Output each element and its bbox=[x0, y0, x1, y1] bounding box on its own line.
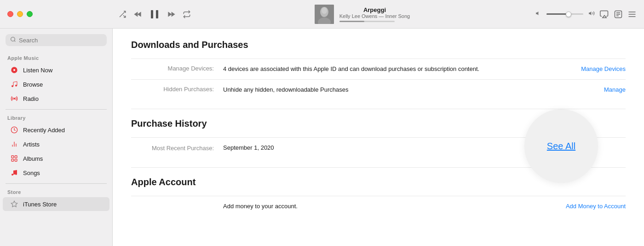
sidebar: Apple Music Listen Now Browse bbox=[0, 29, 113, 246]
player-controls bbox=[113, 10, 196, 19]
svg-point-28 bbox=[14, 98, 15, 100]
add-money-row: Add money to your account. Add Money to … bbox=[131, 196, 626, 217]
recent-icon bbox=[10, 126, 18, 134]
songs-icon bbox=[10, 169, 18, 177]
track-info: Arpeggi Kelly Lee Owens — Inner Song bbox=[196, 5, 528, 24]
track-details: Arpeggi Kelly Lee Owens — Inner Song bbox=[339, 6, 410, 22]
manage-devices-row: Manage Devices: 4 devices are associated… bbox=[131, 59, 626, 79]
svg-marker-39 bbox=[11, 201, 17, 207]
sidebar-item-albums[interactable]: Albums bbox=[3, 152, 109, 165]
manage-devices-action-area: Manage Devices bbox=[506, 64, 626, 73]
right-controls bbox=[528, 10, 644, 19]
svg-point-22 bbox=[11, 37, 15, 41]
apple-music-section-label: Apple Music bbox=[0, 53, 112, 63]
lyrics-button[interactable] bbox=[614, 10, 623, 19]
progress-fill bbox=[339, 21, 364, 22]
apple-account-section: Apple Account Add money to your account.… bbox=[131, 177, 626, 217]
svg-point-38 bbox=[15, 173, 17, 175]
pause-button[interactable] bbox=[150, 10, 159, 19]
volume-thumb bbox=[566, 12, 571, 17]
hidden-purchases-label: Hidden Purchases: bbox=[131, 85, 223, 93]
store-section-label: Store bbox=[0, 187, 112, 197]
svg-point-37 bbox=[12, 174, 13, 176]
svg-rect-4 bbox=[151, 10, 153, 18]
downloads-section-title: Downloads and Purchases bbox=[131, 40, 626, 50]
svg-rect-5 bbox=[156, 10, 158, 18]
svg-rect-36 bbox=[15, 159, 17, 161]
svg-rect-35 bbox=[12, 159, 14, 161]
sidebar-item-label: Songs bbox=[23, 170, 40, 176]
content-area: Downloads and Purchases Manage Devices: … bbox=[113, 29, 644, 246]
svg-marker-14 bbox=[603, 15, 606, 18]
manage-hidden-link[interactable]: Manage bbox=[604, 86, 626, 93]
search-input[interactable] bbox=[19, 37, 102, 44]
store-icon bbox=[10, 200, 18, 208]
volume-up-icon bbox=[588, 10, 595, 18]
forward-button[interactable] bbox=[166, 11, 175, 18]
minimize-button[interactable] bbox=[17, 11, 23, 17]
svg-point-11 bbox=[322, 7, 327, 14]
purchase-history-section: Purchase History See All Most Recent Pur… bbox=[131, 118, 626, 158]
progress-bar[interactable] bbox=[339, 21, 395, 22]
svg-point-25 bbox=[13, 69, 15, 71]
sidebar-item-label: Radio bbox=[23, 95, 39, 102]
album-art bbox=[315, 5, 334, 24]
sidebar-item-label: iTunes Store bbox=[23, 201, 57, 208]
main-layout: Apple Music Listen Now Browse bbox=[0, 29, 644, 246]
albums-icon bbox=[10, 154, 18, 163]
traffic-lights bbox=[0, 11, 113, 17]
svg-marker-12 bbox=[536, 12, 538, 15]
svg-marker-7 bbox=[172, 12, 175, 17]
manage-devices-label: Manage Devices: bbox=[131, 64, 223, 72]
hidden-purchases-row: Hidden Purchases: Unhide any hidden, red… bbox=[131, 79, 626, 100]
queue-button[interactable] bbox=[627, 10, 637, 19]
sidebar-item-recently-added[interactable]: Recently Added bbox=[3, 123, 109, 137]
airplay-button[interactable] bbox=[600, 10, 609, 19]
downloads-section: Downloads and Purchases Manage Devices: … bbox=[131, 40, 626, 100]
sidebar-item-artists[interactable]: Artists bbox=[3, 137, 109, 151]
sidebar-item-radio[interactable]: Radio bbox=[3, 92, 109, 105]
add-money-label bbox=[131, 202, 223, 202]
sidebar-divider-2 bbox=[6, 183, 107, 184]
maximize-button[interactable] bbox=[27, 11, 33, 17]
search-bar[interactable] bbox=[6, 34, 107, 46]
add-money-value: Add money to your account. bbox=[223, 202, 506, 211]
svg-marker-3 bbox=[134, 12, 138, 17]
most-recent-label: Most Recent Purchase: bbox=[131, 144, 223, 152]
shuffle-button[interactable] bbox=[118, 10, 126, 18]
sidebar-item-label: Recently Added bbox=[23, 127, 65, 134]
browse-icon bbox=[10, 80, 18, 88]
sidebar-divider-1 bbox=[6, 109, 107, 110]
track-artist: Kelly Lee Owens — Inner Song bbox=[339, 13, 410, 19]
add-money-link[interactable]: Add Money to Account bbox=[566, 203, 626, 210]
svg-marker-6 bbox=[168, 12, 172, 17]
svg-marker-13 bbox=[589, 12, 591, 15]
listen-now-icon bbox=[10, 66, 18, 74]
repeat-button[interactable] bbox=[183, 10, 191, 18]
manage-devices-value: 4 devices are associated with this Apple… bbox=[223, 64, 506, 74]
svg-rect-34 bbox=[15, 156, 17, 158]
svg-line-23 bbox=[14, 41, 15, 41]
see-all-link[interactable]: See All bbox=[547, 141, 575, 152]
see-all-circle: See All bbox=[524, 109, 598, 183]
sidebar-item-label: Artists bbox=[23, 141, 40, 148]
svg-marker-2 bbox=[138, 12, 141, 17]
artists-icon bbox=[10, 140, 18, 148]
sidebar-item-itunes-store[interactable]: iTunes Store bbox=[3, 197, 109, 211]
back-button[interactable] bbox=[134, 11, 143, 18]
sidebar-item-listen-now[interactable]: Listen Now bbox=[3, 63, 109, 77]
svg-rect-33 bbox=[12, 156, 14, 158]
sidebar-item-browse[interactable]: Browse bbox=[3, 77, 109, 91]
volume-fill bbox=[546, 13, 569, 15]
close-button[interactable] bbox=[7, 11, 13, 17]
section-divider-1 bbox=[131, 109, 626, 109]
manage-devices-link[interactable]: Manage Devices bbox=[581, 65, 626, 72]
track-name: Arpeggi bbox=[339, 6, 410, 13]
volume-down-icon bbox=[535, 10, 542, 18]
hidden-purchases-action-area: Manage bbox=[506, 85, 626, 94]
svg-point-26 bbox=[12, 85, 13, 87]
sidebar-item-songs[interactable]: Songs bbox=[3, 166, 109, 180]
volume-slider[interactable] bbox=[546, 13, 583, 15]
radio-icon bbox=[10, 94, 18, 103]
sidebar-item-label: Browse bbox=[23, 81, 43, 88]
